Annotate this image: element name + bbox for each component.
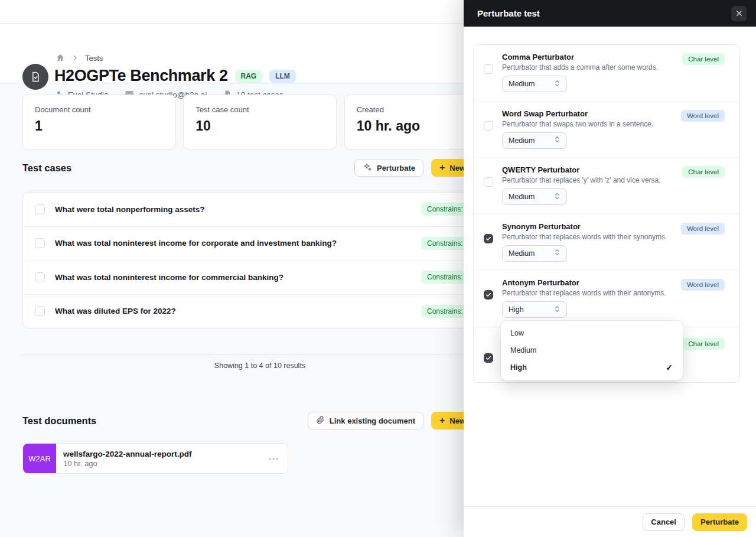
chevron-right-icon (71, 54, 79, 61)
chevron-updown-icon (554, 79, 561, 89)
document-initials: W2AR (23, 444, 56, 473)
plus-icon: + (439, 416, 445, 425)
dropdown-option-label: High (510, 363, 527, 372)
breadcrumb-item-tests[interactable]: Tests (85, 54, 103, 63)
home-icon[interactable] (56, 53, 65, 63)
perturbator-checkbox[interactable] (484, 234, 493, 243)
perturbator-checkbox[interactable] (484, 177, 493, 187)
check-icon: ✓ (666, 359, 673, 376)
test-cases-table: What were total nonperforming assets? Co… (22, 192, 497, 328)
pagination-status: Showing 1 to 4 of 10 results (22, 362, 497, 370)
table-row[interactable]: What was total noninterest income for co… (23, 227, 497, 261)
paperclip-icon (316, 415, 325, 426)
link-existing-document-label: Link existing document (330, 416, 415, 425)
table-row[interactable]: What was diluted EPS for 2022? Constrain… (23, 295, 497, 328)
cancel-button[interactable]: Cancel (643, 513, 685, 531)
perturbator-checkbox[interactable] (484, 121, 493, 131)
breadcrumb: Tests (56, 53, 103, 63)
document-info: wellsfargo-2022-annual-report.pdf 10 hr.… (63, 450, 269, 468)
perturbator-item-comma: Char level Comma Perturbator Perturbator… (474, 45, 739, 102)
document-card[interactable]: W2AR wellsfargo-2022-annual-report.pdf 1… (22, 443, 288, 474)
stat-value: 10 (195, 118, 324, 134)
dropdown-option-high[interactable]: High ✓ (501, 359, 683, 376)
perturbate-submit-button[interactable]: Perturbate (692, 513, 747, 531)
sparkles-icon (363, 162, 372, 174)
perturbate-submit-label: Perturbate (700, 518, 739, 526)
tag-rag: RAG (235, 70, 263, 83)
row-checkbox[interactable] (35, 272, 45, 282)
level-badge: Char level (682, 166, 725, 178)
intensity-value: Medium (509, 136, 535, 145)
perturbator-item-qwerty: Char level QWERTY Perturbator Perturbato… (474, 158, 739, 214)
tag-llm: LLM (269, 70, 296, 83)
close-icon[interactable] (731, 6, 747, 21)
plus-icon: + (439, 163, 445, 173)
test-case-question: What was total noninterest income for co… (55, 239, 337, 248)
stats-row: Document count 1 Test case count 10 Crea… (22, 95, 497, 149)
test-documents-header: Test documents Link existing document + … (22, 412, 497, 429)
chevron-updown-icon (554, 135, 561, 145)
perturbator-checkbox[interactable] (484, 353, 493, 363)
test-avatar (22, 64, 48, 90)
row-checkbox[interactable] (35, 204, 45, 214)
stat-card-test-case-count: Test case count 10 (183, 95, 336, 149)
level-badge: Word level (681, 110, 725, 122)
perturbator-item-word-swap: Word level Word Swap Perturbator Perturb… (474, 102, 739, 158)
row-checkbox[interactable] (35, 238, 45, 248)
chevron-updown-icon (554, 305, 561, 315)
intensity-select[interactable]: Medium (502, 76, 567, 92)
test-cases-heading: Test cases (22, 162, 71, 174)
intensity-value: Medium (509, 80, 535, 88)
chevron-updown-icon (554, 192, 561, 202)
page-title: H2OGPTe Benchmark 2 (54, 67, 228, 85)
perturbator-item-antonym: Word level Antonym Perturbator Perturbat… (474, 271, 739, 327)
row-checkbox[interactable] (35, 306, 45, 316)
dropdown-option-low[interactable]: Low (501, 325, 683, 342)
test-case-question: What was diluted EPS for 2022? (55, 307, 176, 315)
intensity-value: High (509, 305, 524, 314)
intensity-select[interactable]: Medium (502, 245, 567, 262)
test-cases-header: Test cases Perturbate + New (22, 159, 497, 177)
section-divider (22, 354, 497, 355)
intensity-select[interactable]: Medium (502, 188, 567, 205)
ellipsis-menu-icon[interactable]: ··· (269, 454, 279, 464)
panel-header: Perturbate test (464, 0, 756, 27)
panel-footer: Cancel Perturbate (464, 506, 756, 537)
link-existing-document-button[interactable]: Link existing document (308, 412, 423, 429)
intensity-select[interactable]: Medium (502, 132, 567, 149)
stat-value: 1 (35, 118, 163, 134)
test-case-question: What were total nonperforming assets? (55, 205, 205, 214)
intensity-value: Medium (509, 249, 535, 258)
perturbator-checkbox[interactable] (484, 290, 493, 300)
level-badge: Word level (681, 223, 725, 235)
dropdown-option-medium[interactable]: Medium (501, 342, 683, 359)
chevron-updown-icon (554, 248, 561, 258)
table-row[interactable]: What were total nonperforming assets? Co… (23, 193, 497, 227)
perturbator-item-synonym: Word level Synonym Perturbator Perturbat… (474, 214, 739, 271)
perturbate-open-label: Perturbate (377, 164, 415, 173)
level-badge: Char level (682, 53, 725, 65)
document-check-icon (30, 71, 41, 83)
perturbate-open-button[interactable]: Perturbate (354, 159, 423, 177)
intensity-select-open[interactable]: High (502, 301, 567, 318)
cancel-label: Cancel (651, 518, 676, 526)
title-row: H2OGPTe Benchmark 2 RAG LLM (54, 67, 296, 85)
document-name: wellsfargo-2022-annual-report.pdf (63, 450, 269, 458)
document-modified: 10 hr. ago (63, 459, 269, 468)
stat-card-document-count: Document count 1 (22, 95, 175, 149)
intensity-dropdown: Low Medium High ✓ (501, 321, 683, 380)
perturbator-checkbox[interactable] (484, 64, 493, 74)
stat-label: Test case count (195, 105, 324, 114)
panel-title: Perturbate test (477, 8, 540, 18)
level-badge: Word level (681, 279, 725, 291)
level-badge: Char level (682, 338, 725, 350)
test-case-question: What was total noninterest income for co… (55, 273, 284, 282)
table-row[interactable]: What was total noninterest income for co… (23, 261, 497, 295)
stat-label: Document count (35, 105, 163, 114)
intensity-value: Medium (509, 193, 535, 201)
test-documents-heading: Test documents (22, 415, 96, 427)
perturbate-panel: Perturbate test Char level Comma Perturb… (464, 0, 756, 537)
